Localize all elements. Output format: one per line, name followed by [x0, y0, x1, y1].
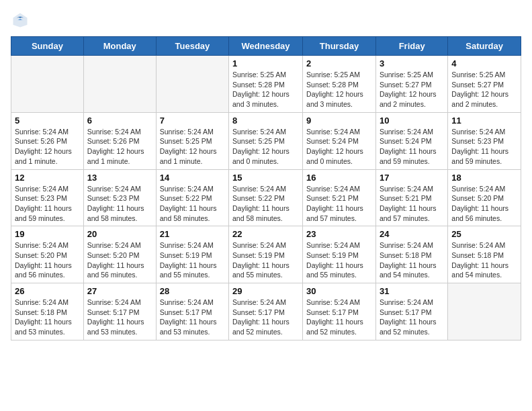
sunrise-text: Sunrise: 5:25 AM: [232, 70, 299, 80]
sunrise-text: Sunrise: 5:24 AM: [232, 127, 299, 137]
day-number: 16: [306, 173, 372, 183]
sunrise-text: Sunrise: 5:24 AM: [306, 127, 372, 137]
sunrise-text: Sunrise: 5:24 AM: [306, 184, 372, 194]
calendar-cell: 8Sunrise: 5:24 AMSunset: 5:25 PMDaylight…: [229, 112, 303, 169]
daylight-text: Daylight: 12 hours and 1 minute.: [87, 146, 152, 166]
cell-info: Sunrise: 5:24 AMSunset: 5:22 PMDaylight:…: [232, 184, 299, 224]
calendar-cell: 27Sunrise: 5:24 AMSunset: 5:17 PMDayligh…: [83, 283, 156, 340]
weekday-header-tuesday: Tuesday: [156, 37, 228, 56]
daylight-text: Daylight: 12 hours and 2 minutes.: [451, 89, 517, 109]
daylight-text: Daylight: 12 hours and 1 minute.: [15, 146, 80, 166]
cell-info: Sunrise: 5:24 AMSunset: 5:17 PMDaylight:…: [87, 298, 152, 337]
sunset-text: Sunset: 5:20 PM: [87, 250, 152, 261]
calendar-cell: 22Sunrise: 5:24 AMSunset: 5:19 PMDayligh…: [229, 226, 303, 283]
calendar-week-2: 5Sunrise: 5:24 AMSunset: 5:26 PMDaylight…: [11, 112, 521, 169]
daylight-text: Daylight: 11 hours and 58 minutes.: [87, 203, 152, 223]
day-number: 5: [15, 116, 80, 126]
sunrise-text: Sunrise: 5:24 AM: [15, 184, 80, 194]
calendar-cell: 13Sunrise: 5:24 AMSunset: 5:23 PMDayligh…: [83, 169, 156, 226]
daylight-text: Daylight: 11 hours and 55 minutes.: [306, 261, 372, 280]
daylight-text: Daylight: 12 hours and 0 minutes.: [232, 146, 299, 166]
cell-info: Sunrise: 5:25 AMSunset: 5:27 PMDaylight:…: [451, 70, 517, 109]
sunset-text: Sunset: 5:25 PM: [232, 136, 299, 146]
calendar-cell: 24Sunrise: 5:24 AMSunset: 5:18 PMDayligh…: [375, 226, 447, 283]
daylight-text: Daylight: 11 hours and 59 minutes.: [451, 146, 517, 166]
sunset-text: Sunset: 5:19 PM: [306, 250, 372, 261]
day-number: 28: [160, 286, 225, 296]
daylight-text: Daylight: 11 hours and 53 minutes.: [15, 317, 80, 336]
calendar-week-1: 1Sunrise: 5:25 AMSunset: 5:28 PMDaylight…: [11, 56, 521, 113]
day-number: 24: [380, 229, 444, 239]
calendar-cell: 23Sunrise: 5:24 AMSunset: 5:19 PMDayligh…: [303, 226, 376, 283]
calendar-cell: 3Sunrise: 5:25 AMSunset: 5:27 PMDaylight…: [375, 56, 447, 113]
weekday-header-row: SundayMondayTuesdayWednesdayThursdayFrid…: [11, 37, 521, 56]
sunset-text: Sunset: 5:17 PM: [87, 308, 152, 318]
daylight-text: Daylight: 11 hours and 56 minutes.: [451, 203, 517, 223]
sunset-text: Sunset: 5:20 PM: [451, 193, 517, 203]
weekday-header-sunday: Sunday: [11, 37, 84, 56]
day-number: 2: [306, 58, 372, 68]
calendar-week-4: 19Sunrise: 5:24 AMSunset: 5:20 PMDayligh…: [11, 226, 521, 283]
daylight-text: Daylight: 12 hours and 0 minutes.: [306, 146, 372, 166]
sunset-text: Sunset: 5:18 PM: [451, 250, 517, 261]
sunrise-text: Sunrise: 5:24 AM: [87, 127, 152, 137]
cell-info: Sunrise: 5:24 AMSunset: 5:17 PMDaylight:…: [306, 298, 372, 337]
sunrise-text: Sunrise: 5:25 AM: [451, 70, 517, 80]
cell-info: Sunrise: 5:24 AMSunset: 5:22 PMDaylight:…: [160, 184, 225, 224]
day-number: 8: [232, 116, 299, 126]
calendar-cell: 6Sunrise: 5:24 AMSunset: 5:26 PMDaylight…: [83, 112, 156, 169]
daylight-text: Daylight: 11 hours and 52 minutes.: [232, 317, 299, 336]
cell-info: Sunrise: 5:24 AMSunset: 5:24 PMDaylight:…: [306, 127, 372, 167]
cell-info: Sunrise: 5:24 AMSunset: 5:26 PMDaylight:…: [87, 127, 152, 167]
day-number: 20: [87, 229, 152, 239]
day-number: 26: [15, 286, 80, 296]
cell-info: Sunrise: 5:24 AMSunset: 5:18 PMDaylight:…: [451, 240, 517, 280]
calendar-cell: 15Sunrise: 5:24 AMSunset: 5:22 PMDayligh…: [229, 169, 303, 226]
sunset-text: Sunset: 5:28 PM: [306, 80, 372, 90]
weekday-header-wednesday: Wednesday: [229, 37, 303, 56]
day-number: 11: [451, 116, 517, 126]
calendar-cell: 21Sunrise: 5:24 AMSunset: 5:19 PMDayligh…: [156, 226, 228, 283]
daylight-text: Daylight: 11 hours and 55 minutes.: [232, 261, 299, 280]
daylight-text: Daylight: 11 hours and 52 minutes.: [306, 317, 372, 336]
sunrise-text: Sunrise: 5:24 AM: [306, 240, 372, 250]
weekday-header-thursday: Thursday: [303, 37, 376, 56]
daylight-text: Daylight: 11 hours and 56 minutes.: [87, 261, 152, 280]
sunset-text: Sunset: 5:21 PM: [306, 193, 372, 203]
daylight-text: Daylight: 11 hours and 53 minutes.: [160, 317, 225, 336]
logo-icon: [11, 11, 30, 30]
daylight-text: Daylight: 11 hours and 58 minutes.: [232, 203, 299, 223]
sunrise-text: Sunrise: 5:24 AM: [232, 184, 299, 194]
calendar-cell: 26Sunrise: 5:24 AMSunset: 5:18 PMDayligh…: [11, 283, 84, 340]
day-number: 14: [160, 173, 225, 183]
cell-info: Sunrise: 5:24 AMSunset: 5:23 PMDaylight:…: [451, 127, 517, 167]
calendar-cell: 29Sunrise: 5:24 AMSunset: 5:17 PMDayligh…: [229, 283, 303, 340]
sunrise-text: Sunrise: 5:24 AM: [160, 127, 225, 137]
day-number: 15: [232, 173, 299, 183]
cell-info: Sunrise: 5:25 AMSunset: 5:27 PMDaylight:…: [380, 70, 444, 109]
day-number: 6: [87, 116, 152, 126]
daylight-text: Daylight: 11 hours and 59 minutes.: [380, 146, 444, 166]
sunrise-text: Sunrise: 5:24 AM: [87, 240, 152, 250]
sunset-text: Sunset: 5:20 PM: [15, 250, 80, 261]
cell-info: Sunrise: 5:24 AMSunset: 5:21 PMDaylight:…: [306, 184, 372, 224]
sunset-text: Sunset: 5:18 PM: [15, 308, 80, 318]
sunrise-text: Sunrise: 5:24 AM: [160, 240, 225, 250]
sunset-text: Sunset: 5:23 PM: [15, 193, 80, 203]
daylight-text: Daylight: 11 hours and 59 minutes.: [15, 203, 80, 223]
calendar-cell: 4Sunrise: 5:25 AMSunset: 5:27 PMDaylight…: [448, 56, 521, 113]
calendar-cell: 2Sunrise: 5:25 AMSunset: 5:28 PMDaylight…: [303, 56, 376, 113]
day-number: 27: [87, 286, 152, 296]
cell-info: Sunrise: 5:24 AMSunset: 5:20 PMDaylight:…: [15, 240, 80, 280]
day-number: 30: [306, 286, 372, 296]
calendar-week-5: 26Sunrise: 5:24 AMSunset: 5:18 PMDayligh…: [11, 283, 521, 340]
sunrise-text: Sunrise: 5:24 AM: [380, 240, 444, 250]
daylight-text: Daylight: 12 hours and 1 minute.: [160, 146, 225, 166]
calendar-cell: 1Sunrise: 5:25 AMSunset: 5:28 PMDaylight…: [229, 56, 303, 113]
day-number: 23: [306, 229, 372, 239]
sunrise-text: Sunrise: 5:24 AM: [160, 298, 225, 308]
sunset-text: Sunset: 5:22 PM: [232, 193, 299, 203]
sunset-text: Sunset: 5:17 PM: [232, 308, 299, 318]
cell-info: Sunrise: 5:24 AMSunset: 5:20 PMDaylight:…: [451, 184, 517, 224]
sunrise-text: Sunrise: 5:24 AM: [451, 184, 517, 194]
